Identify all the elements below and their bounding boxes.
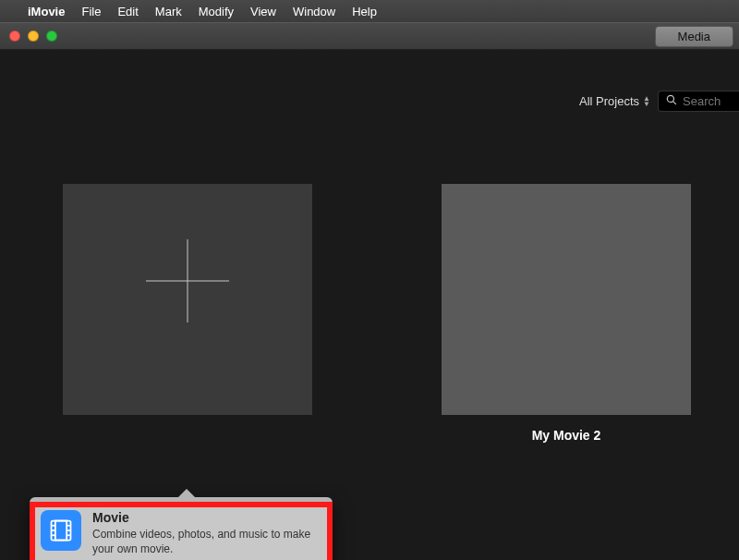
media-tab-button[interactable]: Media: [655, 26, 733, 47]
popover-item-text: Movie Combine videos, photos, and music …: [92, 510, 321, 556]
search-field[interactable]: [658, 91, 739, 112]
minimize-window-button[interactable]: [28, 30, 39, 42]
menu-edit[interactable]: Edit: [117, 5, 138, 18]
search-icon: [666, 94, 677, 108]
window-controls: [9, 30, 57, 42]
menu-modify[interactable]: Modify: [199, 5, 234, 18]
create-new-project-tile[interactable]: [63, 184, 312, 415]
popover-item-title: Movie: [92, 510, 321, 525]
project-tile-wrapper: My Movie 2: [442, 184, 691, 443]
menu-file[interactable]: File: [81, 5, 101, 18]
sort-arrows-icon: ▲▼: [643, 96, 650, 107]
close-window-button[interactable]: [9, 30, 20, 42]
menu-window[interactable]: Window: [293, 5, 335, 18]
plus-icon: [146, 239, 229, 323]
projects-view: All Projects ▲▼ Movie Combi: [0, 50, 739, 560]
projects-toolbar: All Projects ▲▼: [579, 91, 739, 112]
menu-mark[interactable]: Mark: [155, 5, 182, 18]
projects-filter-label: All Projects: [579, 94, 639, 108]
zoom-window-button[interactable]: [46, 30, 57, 42]
menu-view[interactable]: View: [250, 5, 276, 18]
menu-help[interactable]: Help: [352, 5, 377, 18]
app-menu[interactable]: iMovie: [28, 5, 65, 18]
system-menubar: iMovie File Edit Mark Modify View Window…: [0, 0, 739, 22]
window-titlebar: Media: [0, 22, 739, 50]
svg-rect-1: [55, 521, 67, 541]
project-title: My Movie 2: [442, 428, 691, 443]
popover-item-movie[interactable]: Movie Combine videos, photos, and music …: [30, 503, 333, 560]
new-project-popover: Movie Combine videos, photos, and music …: [30, 497, 333, 560]
projects-grid: Movie Combine videos, photos, and music …: [0, 184, 739, 443]
popover-item-desc: Combine videos, photos, and music to mak…: [92, 527, 321, 556]
filmstrip-icon: [41, 510, 81, 551]
search-input[interactable]: [683, 94, 733, 108]
project-tile[interactable]: [442, 184, 691, 415]
projects-filter-button[interactable]: All Projects ▲▼: [579, 94, 650, 108]
